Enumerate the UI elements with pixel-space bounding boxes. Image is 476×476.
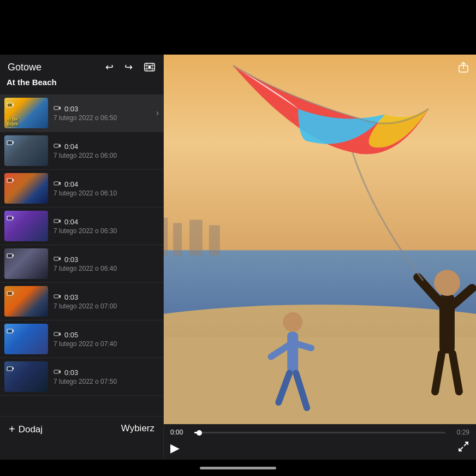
svg-rect-43 — [164, 337, 476, 424]
video-item[interactable]: 0:037 lutego 2022 o 07:00 — [0, 283, 163, 320]
redo-icon: ↪ — [124, 61, 133, 73]
bottom-bar: + Dodaj Wybierz — [0, 416, 163, 460]
home-bar — [200, 467, 276, 469]
video-meta: 0:047 lutego 2022 o 06:10 — [48, 180, 159, 197]
redo-button[interactable]: ↪ — [123, 60, 134, 74]
camera-icon — [7, 364, 14, 373]
svg-rect-28 — [54, 295, 59, 298]
video-item[interactable]: At theBeach 0:037 lutego 2022 o 06:50› — [0, 94, 163, 132]
svg-rect-6 — [7, 103, 13, 107]
fullscreen-icon — [457, 441, 469, 453]
video-duration: 0:03 — [64, 293, 78, 301]
main-content: Gotowe ↩ ↪ — [0, 55, 476, 460]
video-camera-icon — [53, 255, 61, 263]
video-date: 7 lutego 2022 o 06:10 — [53, 189, 159, 197]
video-date: 7 lutego 2022 o 06:50 — [53, 114, 156, 122]
camera-icon — [7, 175, 14, 185]
share-button[interactable] — [457, 61, 469, 76]
svg-rect-26 — [7, 291, 13, 295]
video-item[interactable]: 0:057 lutego 2022 o 07:40 — [0, 320, 163, 358]
controls-row: ▶ — [170, 441, 469, 455]
add-button-label: Dodaj — [19, 424, 43, 435]
svg-rect-50 — [189, 220, 203, 256]
video-duration: 0:03 — [64, 368, 78, 377]
svg-rect-1 — [146, 63, 147, 71]
svg-point-59 — [283, 312, 302, 332]
video-camera-icon — [53, 331, 61, 338]
video-duration: 0:05 — [64, 331, 78, 339]
play-icon: ▶ — [170, 441, 180, 455]
svg-rect-16 — [54, 182, 59, 185]
svg-rect-20 — [54, 219, 59, 223]
video-thumbnail — [4, 324, 48, 354]
undo-button[interactable]: ↩ — [104, 60, 115, 74]
progress-dot — [197, 430, 202, 436]
video-item[interactable]: 0:037 lutego 2022 o 06:40 — [0, 245, 163, 283]
home-indicator — [0, 460, 476, 476]
video-thumbnail — [4, 361, 48, 392]
video-camera-icon — [53, 218, 61, 225]
svg-rect-18 — [7, 216, 13, 220]
svg-rect-34 — [7, 367, 13, 371]
svg-rect-24 — [54, 257, 59, 260]
video-thumbnail — [4, 135, 48, 166]
video-meta: 0:037 lutego 2022 o 07:00 — [48, 293, 159, 310]
svg-rect-48 — [164, 218, 168, 256]
svg-rect-2 — [152, 63, 153, 71]
top-black-bar — [0, 0, 476, 55]
undo-icon: ↩ — [105, 61, 114, 73]
play-button[interactable]: ▶ — [170, 441, 180, 455]
done-label: Gotowe — [8, 62, 41, 73]
progress-track[interactable] — [194, 432, 445, 433]
done-button[interactable]: Gotowe — [7, 61, 43, 74]
player-controls: 0:00 0:29 ▶ — [164, 424, 476, 460]
video-item[interactable]: 0:047 lutego 2022 o 06:30 — [0, 207, 163, 245]
video-camera-icon — [53, 368, 61, 376]
share-icon — [457, 61, 469, 73]
header-icons: ↩ ↪ — [104, 60, 157, 74]
video-date: 7 lutego 2022 o 07:00 — [53, 302, 159, 310]
video-thumbnail: At theBeach — [4, 98, 48, 128]
panel-header: Gotowe ↩ ↪ — [0, 55, 163, 94]
video-date: 7 lutego 2022 o 06:30 — [53, 227, 159, 235]
beach-scene-svg — [164, 55, 476, 424]
arrow-icon: › — [156, 108, 159, 118]
right-panel: 0:00 0:29 ▶ — [164, 55, 476, 460]
video-camera-icon — [53, 293, 61, 301]
add-button[interactable]: + Dodaj — [9, 423, 43, 436]
svg-rect-12 — [54, 144, 59, 147]
video-item[interactable]: 0:047 lutego 2022 o 06:00 — [0, 132, 163, 170]
svg-rect-32 — [54, 332, 59, 336]
video-item[interactable]: 0:037 lutego 2022 o 07:50 — [0, 358, 163, 396]
video-meta: 0:047 lutego 2022 o 06:00 — [48, 142, 159, 159]
film-icon — [144, 61, 156, 73]
video-thumbnail — [4, 173, 48, 204]
header-top: Gotowe ↩ ↪ — [7, 60, 157, 74]
svg-point-53 — [434, 270, 460, 296]
video-thumbnail — [4, 286, 48, 317]
thumb-title: At theBeach — [7, 117, 18, 127]
video-list[interactable]: At theBeach 0:037 lutego 2022 o 06:50› 0… — [0, 94, 163, 416]
select-button[interactable]: Wybierz — [121, 423, 154, 434]
current-time: 0:00 — [170, 429, 190, 436]
video-area — [164, 55, 476, 424]
camera-icon — [7, 213, 14, 223]
fullscreen-button[interactable] — [457, 441, 469, 455]
svg-line-65 — [459, 447, 463, 451]
video-duration: 0:04 — [64, 218, 78, 226]
video-thumbnail — [4, 211, 48, 241]
video-meta: 0:037 lutego 2022 o 06:40 — [48, 255, 159, 272]
select-button-label: Wybierz — [121, 423, 154, 433]
video-date: 7 lutego 2022 o 07:40 — [53, 340, 159, 348]
svg-rect-58 — [287, 332, 298, 373]
video-duration: 0:03 — [64, 255, 78, 264]
video-meta: 0:057 lutego 2022 o 07:40 — [48, 331, 159, 348]
add-to-project-button[interactable] — [142, 60, 157, 74]
video-item[interactable]: 0:047 lutego 2022 o 06:10 — [0, 170, 163, 207]
video-date: 7 lutego 2022 o 06:40 — [53, 265, 159, 272]
add-icon: + — [9, 423, 15, 436]
svg-rect-30 — [7, 329, 13, 333]
camera-icon — [7, 251, 14, 260]
camera-icon — [7, 138, 14, 147]
video-duration: 0:04 — [64, 142, 78, 151]
